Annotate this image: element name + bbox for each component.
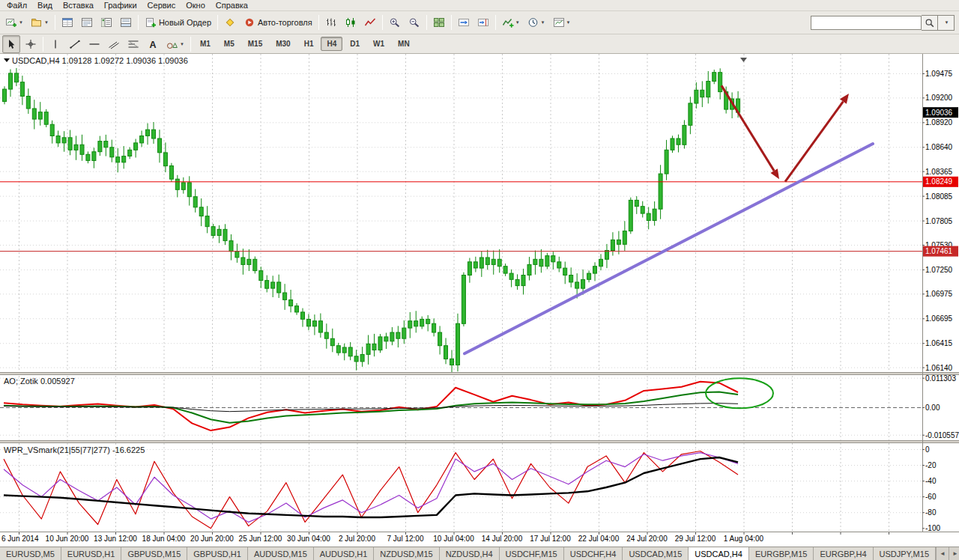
text-label-button[interactable]: A xyxy=(144,35,162,53)
arrows-shapes-button[interactable]: ▼ xyxy=(163,35,187,53)
equidistant-channel-button[interactable] xyxy=(105,35,123,53)
svg-text:2 Jul 20:00: 2 Jul 20:00 xyxy=(339,535,375,543)
svg-text:1.07805: 1.07805 xyxy=(925,217,953,225)
menu-item[interactable]: Файл xyxy=(1,1,32,10)
svg-text:1.07250: 1.07250 xyxy=(925,266,953,274)
search-options-dropdown[interactable]: ▼ xyxy=(938,15,955,31)
market-watch-button[interactable] xyxy=(58,13,76,31)
metaeditor-button[interactable] xyxy=(221,13,239,31)
chart-tab[interactable]: EURGBP,M15 xyxy=(749,547,814,560)
chart-tab[interactable]: NZDUSD,M15 xyxy=(374,547,439,560)
profiles-button[interactable]: ▼ xyxy=(28,13,52,31)
trendline-tool-button[interactable] xyxy=(66,35,84,53)
terminal-icon xyxy=(120,17,132,28)
menu-item[interactable]: Окно xyxy=(181,1,211,10)
templates-button[interactable]: ▼ xyxy=(550,13,574,31)
shapes-icon xyxy=(166,39,178,49)
tab-scroll-left-button[interactable]: ◄ xyxy=(936,547,949,560)
menu-item[interactable]: Вид xyxy=(32,1,58,10)
toolbar-standard: ▼▼Новый ОрдерАвто-торговля▼▼▼ ▼ xyxy=(0,11,959,34)
fibonacci-retracement-button[interactable] xyxy=(124,35,142,53)
chart-tab[interactable]: USDCAD,M15 xyxy=(623,547,689,560)
chart-tab[interactable]: AUDUSD,M15 xyxy=(248,547,314,560)
indicators-icon xyxy=(502,17,514,28)
svg-text:1.08920: 1.08920 xyxy=(925,118,953,127)
search-input[interactable] xyxy=(811,16,922,30)
toolbar-separator xyxy=(55,15,55,30)
toolbar-separator xyxy=(138,15,139,30)
new-chart-button[interactable]: ▼ xyxy=(2,13,26,31)
menu-item[interactable]: Вставка xyxy=(58,1,99,10)
svg-text:1.09475: 1.09475 xyxy=(925,70,953,78)
vertical-line-button[interactable] xyxy=(46,35,64,53)
timeframe-d1-button[interactable]: D1 xyxy=(344,37,366,51)
svg-text:1 Aug 04:00: 1 Aug 04:00 xyxy=(724,535,764,543)
menu-bar: ФайлВидВставкаГрафикиСервисОкноСправка xyxy=(0,0,959,11)
terminal-button[interactable] xyxy=(117,13,135,31)
chart-symbol-ohlc-label: USDCAD,H4 1.09128 1.09272 1.09036 1.0903… xyxy=(12,56,188,65)
level-price-tag: 1.07461 xyxy=(923,246,958,257)
tab-scroll-right-button[interactable]: ► xyxy=(949,547,959,560)
zoom-out-button[interactable] xyxy=(405,13,423,31)
data-window-button[interactable] xyxy=(78,13,96,31)
chart-tab[interactable]: USDCHF,H4 xyxy=(564,547,623,560)
chart-tab[interactable]: EURGBP,H4 xyxy=(814,547,873,560)
candles-icon xyxy=(345,17,357,28)
svg-text:1.06140: 1.06140 xyxy=(925,364,953,372)
timeframe-m5-button[interactable]: M5 xyxy=(218,37,240,51)
chart-tab[interactable]: NZDUSD,H4 xyxy=(440,547,500,560)
chart-tab[interactable]: GBPUSD,M15 xyxy=(121,547,187,560)
cursor-button[interactable] xyxy=(2,35,20,53)
chart-shift-button[interactable] xyxy=(474,13,492,31)
svg-text:6 Jun 2014: 6 Jun 2014 xyxy=(1,535,39,543)
chart-tab[interactable]: USDCHF,M15 xyxy=(500,547,564,560)
line-chart-mode-button[interactable] xyxy=(361,13,379,31)
candlestick-mode-button[interactable] xyxy=(342,13,360,31)
crosshair-icon xyxy=(25,39,37,49)
menu-item[interactable]: Справка xyxy=(211,1,253,10)
autotrading-label: Авто-торговля xyxy=(258,18,312,27)
svg-text:29 Jul 12:00: 29 Jul 12:00 xyxy=(675,535,716,543)
current-price-tag: 1.09036 xyxy=(923,107,958,118)
pane-resize-handle[interactable] xyxy=(0,372,959,375)
wpr-indicator-label: WPR_VSmark(21|55|77|277) -16.6225 xyxy=(4,445,145,454)
tile-windows-button[interactable] xyxy=(430,13,448,31)
svg-text:10 Jul 04:00: 10 Jul 04:00 xyxy=(433,535,474,543)
menu-item[interactable]: Графики xyxy=(99,1,142,10)
timeframe-h4-button[interactable]: H4 xyxy=(321,37,342,51)
chart-tab[interactable]: EURUSD,H1 xyxy=(61,547,122,560)
pane-resize-handle[interactable] xyxy=(0,440,959,443)
indicators-button[interactable]: ▼ xyxy=(499,13,523,31)
new-order-button[interactable]: Новый Ордер xyxy=(142,13,214,31)
timeframe-m15-button[interactable]: M15 xyxy=(242,37,268,51)
periods-button[interactable]: ▼ xyxy=(524,13,548,31)
chart-tab[interactable]: USDJPY,M15 xyxy=(874,547,936,560)
zoom-in-icon xyxy=(389,17,401,28)
timeframe-mn-button[interactable]: MN xyxy=(392,37,416,51)
chart-tab[interactable]: USDCAD,H4 xyxy=(689,547,749,560)
toolbar-separator xyxy=(451,15,452,30)
navigator-button[interactable] xyxy=(97,13,115,31)
chart-tab[interactable]: EURUSD,M5 xyxy=(0,547,61,560)
horizontal-line-tool-button[interactable] xyxy=(85,35,103,53)
auto-scroll-button[interactable] xyxy=(455,13,473,31)
text-tool-icon: A xyxy=(147,39,159,49)
timeframe-h1-button[interactable]: H1 xyxy=(298,37,320,51)
toolbar-separator xyxy=(426,15,427,30)
tab-scroll-buttons: ◄► xyxy=(936,547,959,560)
chart-tab[interactable]: GBPUSD,H1 xyxy=(187,547,248,560)
autotrading-button[interactable]: Авто-торговля xyxy=(240,13,315,31)
chart-background xyxy=(0,54,959,547)
chart-tab[interactable]: AUDUSD,H1 xyxy=(314,547,375,560)
svg-text:24 Jul 20:00: 24 Jul 20:00 xyxy=(626,535,668,543)
crosshair-button[interactable] xyxy=(22,35,40,53)
zoom-in-button[interactable] xyxy=(386,13,404,31)
chart-area[interactable]: 1.094751.092001.089201.086401.083651.080… xyxy=(0,54,959,547)
timeframe-m30-button[interactable]: M30 xyxy=(270,37,296,51)
menu-item[interactable]: Сервис xyxy=(142,1,181,10)
timeframe-w1-button[interactable]: W1 xyxy=(367,37,390,51)
svg-text:1.07461: 1.07461 xyxy=(925,247,953,255)
timeframe-m1-button[interactable]: M1 xyxy=(194,37,217,51)
bar-chart-mode-button[interactable] xyxy=(322,13,340,31)
search-button[interactable] xyxy=(922,15,938,31)
